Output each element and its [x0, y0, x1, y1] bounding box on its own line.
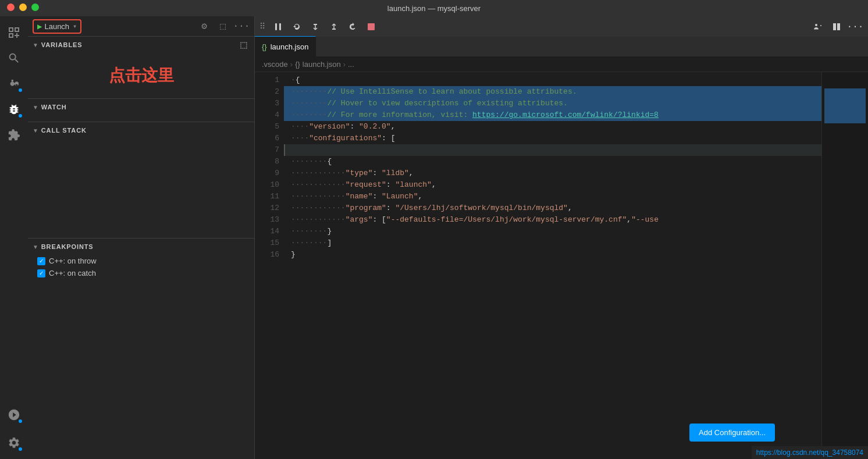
source-control-badge	[17, 87, 23, 93]
traffic-lights	[7, 3, 39, 11]
watch-header[interactable]: ▼ WATCH	[28, 99, 254, 115]
code-content[interactable]: ·{ ········// Use IntelliSense to learn …	[284, 72, 821, 459]
breadcrumb-sep-2: ›	[343, 60, 346, 69]
debug-badge	[17, 113, 23, 119]
minimap	[821, 72, 868, 459]
launch-button[interactable]: ▶ Launch ▾	[33, 19, 81, 34]
sidebar-toolbar: ▶ Launch ▾ ⚙ ⬚ ···	[28, 16, 254, 37]
callstack-label: CALL STACK	[41, 127, 87, 134]
minimize-button[interactable]	[19, 3, 27, 11]
code-line-6: ····"configurations": [	[284, 133, 821, 144]
chevron-down-icon: ▾	[73, 22, 77, 31]
tab-bar: {} launch.json	[255, 37, 868, 57]
activity-accounts[interactable]	[2, 403, 26, 426]
step-over-button[interactable]	[289, 19, 305, 35]
collapse-all-button[interactable]: ⬚	[238, 39, 250, 51]
step-into-button[interactable]	[307, 19, 323, 35]
split-editor-button[interactable]	[828, 19, 845, 35]
callstack-section: ▼ CALL STACK	[28, 122, 254, 238]
code-line-9: ············"type": "lldb",	[284, 168, 821, 179]
breakpoints-header[interactable]: ▼ BREAKPOINTS	[28, 239, 254, 255]
breadcrumb: .vscode › {} launch.json › ...	[255, 57, 868, 72]
code-line-10: ············"request": "launch",	[284, 179, 821, 191]
restart-button[interactable]	[344, 19, 361, 35]
code-line-2: ········// Use IntelliSense to learn abo…	[284, 86, 821, 98]
pause-button[interactable]	[270, 19, 286, 35]
code-line-15: ········]	[284, 237, 821, 249]
breadcrumb-sep-1: ›	[290, 60, 293, 69]
line-numbers: 1 2 3 4 5 6 7 8 9 10 11 12 13 14 15 16	[255, 72, 284, 459]
variables-section: ▼ VARIABLES ⬚ 点击这里	[28, 37, 254, 98]
chevron-right-icon: ▼	[33, 127, 39, 134]
json-file-icon: {}	[262, 42, 267, 51]
breakpoint-item-cpp-throw: ✓ C++: on throw	[28, 255, 254, 267]
code-editor[interactable]: 1 2 3 4 5 6 7 8 9 10 11 12 13 14 15 16	[255, 72, 868, 459]
callstack-header[interactable]: ▼ CALL STACK	[28, 122, 254, 138]
breakpoint-item-cpp-catch: ✓ C++: on catch	[28, 267, 254, 279]
step-out-button[interactable]	[326, 19, 342, 35]
more-actions-button[interactable]: ···	[233, 18, 250, 34]
tab-label: launch.json	[271, 42, 309, 51]
source-control-icon[interactable]	[810, 19, 826, 35]
stop-button[interactable]	[363, 19, 379, 35]
chevron-right-icon: ▼	[33, 104, 39, 111]
svg-rect-1	[279, 23, 281, 30]
code-line-4: ········// For more information, visit: …	[284, 109, 821, 121]
status-link[interactable]: https://blog.csdn.net/qq_34758074	[752, 446, 868, 459]
sidebar: ▶ Launch ▾ ⚙ ⬚ ··· ▼ VARIABLES ⬚ 点击这里	[28, 16, 255, 459]
watch-section: ▼ WATCH	[28, 98, 254, 122]
code-line-14: ········}	[284, 226, 821, 237]
breadcrumb-more[interactable]: ...	[348, 60, 354, 69]
activity-extensions[interactable]	[2, 123, 26, 147]
code-line-7	[284, 144, 821, 156]
main-layout: ▶ Launch ▾ ⚙ ⬚ ··· ▼ VARIABLES ⬚ 点击这里	[0, 16, 868, 459]
code-line-13: ············"args": ["--defaults-file=/U…	[284, 214, 821, 226]
play-icon: ▶	[37, 22, 42, 31]
code-line-1: ·{	[284, 74, 821, 86]
launch-label: Launch	[44, 22, 69, 31]
code-line-8: ········{	[284, 156, 821, 168]
breakpoint-checkbox[interactable]: ✓	[37, 257, 45, 265]
accounts-badge	[17, 418, 23, 424]
activity-explorer[interactable]	[2, 21, 26, 44]
settings-gear-button[interactable]: ⚙	[196, 18, 212, 34]
variables-header[interactable]: ▼ VARIABLES ⬚	[28, 37, 254, 53]
maximize-button[interactable]	[31, 3, 39, 11]
annotation-text: 点击这里	[28, 53, 254, 98]
breakpoint-checkbox[interactable]: ✓	[37, 269, 45, 277]
svg-rect-0	[275, 23, 277, 30]
settings-badge	[17, 446, 23, 452]
breakpoint-label: C++: on throw	[49, 257, 97, 265]
chevron-down-icon: ▼	[33, 42, 39, 48]
watch-label: WATCH	[41, 104, 67, 111]
svg-rect-2	[368, 23, 375, 30]
activity-settings[interactable]	[2, 431, 26, 454]
code-line-11: ············"name": "Launch",	[284, 191, 821, 202]
more-actions-editor-button[interactable]: ···	[847, 19, 863, 35]
breadcrumb-json-icon: {}	[295, 60, 300, 69]
code-line-16: }	[284, 249, 821, 261]
breadcrumb-filename[interactable]: launch.json	[303, 60, 341, 69]
code-line-3: ········// Hover to view descriptions of…	[284, 98, 821, 109]
activity-source-control[interactable]	[2, 72, 26, 95]
code-line-5: ····"version": "0.2.0",	[284, 121, 821, 133]
editor-area: ⠿	[255, 16, 868, 459]
breakpoints-label: BREAKPOINTS	[41, 243, 94, 250]
new-terminal-button[interactable]: ⬚	[215, 18, 231, 34]
drag-handle-icon: ⠿	[259, 22, 265, 31]
window-title: launch.json — mysql-server	[387, 4, 481, 13]
variables-label: VARIABLES	[41, 41, 83, 48]
add-configuration-button[interactable]: Add Configuration...	[689, 424, 775, 442]
debug-toolbar: ⠿	[255, 16, 868, 37]
activity-search[interactable]	[2, 47, 26, 70]
tab-launch-json[interactable]: {} launch.json	[255, 36, 316, 56]
breadcrumb-vscode[interactable]: .vscode	[262, 60, 288, 69]
code-line-12: ············"program": "/Users/lhj/softw…	[284, 202, 821, 214]
chevron-down-icon: ▼	[33, 244, 39, 250]
activity-bar	[0, 16, 28, 459]
close-button[interactable]	[7, 3, 15, 11]
breakpoints-section: ▼ BREAKPOINTS ✓ C++: on throw ✓ C++: on …	[28, 238, 254, 459]
title-bar: launch.json — mysql-server	[0, 0, 868, 16]
activity-debug[interactable]	[2, 98, 26, 121]
breakpoint-label: C++: on catch	[49, 269, 96, 277]
